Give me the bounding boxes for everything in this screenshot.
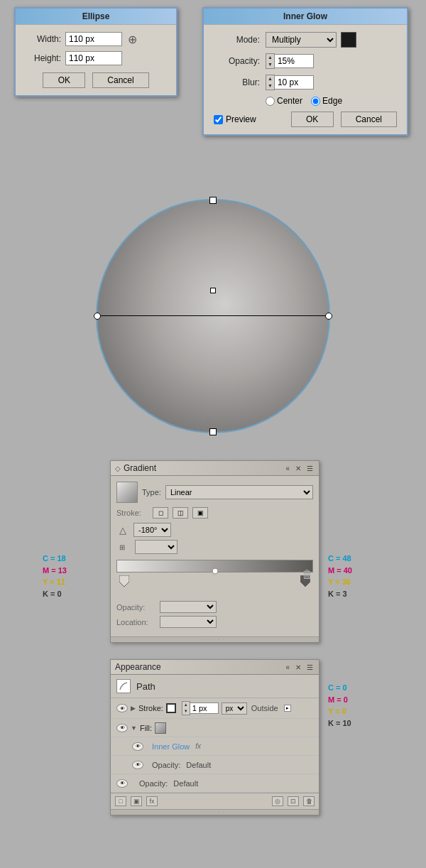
fx-icon[interactable]: fx xyxy=(146,796,158,806)
sphere-container[interactable] xyxy=(96,199,330,433)
copy-icon[interactable]: ⊡ xyxy=(288,796,299,806)
path-row: Path xyxy=(111,675,319,698)
path-icon xyxy=(116,679,131,693)
width-label: Width: xyxy=(26,34,61,44)
glow-color-swatch[interactable] xyxy=(341,32,356,48)
gradient-panel-collapse-btn[interactable]: « xyxy=(284,465,291,472)
stroke-unit-select[interactable]: px xyxy=(222,702,247,715)
opacity2-row: 👁 Opacity: Default xyxy=(111,774,319,793)
appearance-panel-resize-handle[interactable]: · · · · · xyxy=(111,809,319,815)
handle-mid-top[interactable] xyxy=(210,288,216,293)
link-dimensions-icon[interactable]: ⊕ xyxy=(128,33,137,46)
appearance-panel: Appearance « ✕ ☰ Path 👁 ▶ Stroke: ▲ ▼ px… xyxy=(110,659,320,815)
opacity1-row: 👁 Opacity: Default xyxy=(111,756,319,774)
center-radio-label[interactable]: Center xyxy=(266,96,302,106)
inner-glow-dialog-title: Inner Glow xyxy=(204,9,407,25)
fill-color-swatch[interactable] xyxy=(155,722,166,734)
height-input[interactable] xyxy=(65,51,122,65)
opacity-spinner-arrows[interactable]: ▲ ▼ xyxy=(266,53,275,69)
width-input[interactable] xyxy=(65,32,122,46)
cmyk-right-label: C = 48 M = 40 Y = 36 K = 3 xyxy=(328,553,352,600)
cmyk-right-m: M = 40 xyxy=(328,565,352,577)
opacity1-label: Opacity: xyxy=(152,761,180,769)
stroke-icon-2[interactable]: ◫ xyxy=(173,507,188,519)
opacity2-value: Default xyxy=(173,779,198,788)
cmyk-left-y: Y = 11 xyxy=(43,576,67,588)
angle-select[interactable]: -180° xyxy=(133,523,171,537)
inner-glow-row: 👁 Inner Glow fx xyxy=(111,737,319,756)
delete-stop-icon[interactable]: 🗑 xyxy=(302,568,313,581)
new-item-icon[interactable]: □ xyxy=(115,796,126,806)
sphere-object[interactable] xyxy=(96,199,330,433)
inner-glow-label[interactable]: Inner Glow xyxy=(152,742,190,751)
gradient-panel-title: Gradient xyxy=(124,463,156,473)
preview-label: Preview xyxy=(226,114,256,124)
handle-bottom[interactable] xyxy=(209,428,217,435)
stroke-color-swatch[interactable] xyxy=(166,703,176,713)
opacity-input[interactable] xyxy=(275,54,314,68)
center-radio[interactable] xyxy=(266,97,275,106)
handle-top[interactable] xyxy=(209,197,217,204)
fill-visibility-eye[interactable]: 👁 xyxy=(116,724,128,732)
svg-point-2 xyxy=(212,568,218,574)
preview-checkbox-label[interactable]: Preview xyxy=(214,114,256,124)
delete-icon[interactable]: 🗑 xyxy=(303,796,315,806)
aspect-select[interactable] xyxy=(135,540,178,554)
stroke-visibility-eye[interactable]: 👁 xyxy=(116,704,128,712)
opacity2-visibility-eye[interactable]: 👁 xyxy=(116,779,128,788)
fill-expand-triangle[interactable]: ▼ xyxy=(131,725,137,732)
type-label: Type: xyxy=(142,488,161,497)
cmyk-ap-m: M = 0 xyxy=(328,694,351,706)
appearance-panel-menu-btn[interactable]: ☰ xyxy=(305,663,315,671)
stroke-expand-triangle[interactable]: ▶ xyxy=(131,705,136,712)
gradient-collapse-icon[interactable]: ◇ xyxy=(115,465,121,472)
opacity-field-label: Opacity: xyxy=(116,603,155,612)
gradient-preview[interactable] xyxy=(116,482,138,503)
stop-midpoint[interactable] xyxy=(212,567,219,577)
appearance-panel-collapse-btn[interactable]: « xyxy=(284,663,291,671)
gradient-panel-menu-btn[interactable]: ☰ xyxy=(305,465,315,472)
blur-label: Blur: xyxy=(214,77,260,87)
blur-input[interactable] xyxy=(275,75,314,89)
stroke-size-spinner[interactable]: ▲ ▼ xyxy=(182,701,190,715)
inner-glow-cancel-button[interactable]: Cancel xyxy=(341,112,397,127)
edge-radio-label[interactable]: Edge xyxy=(311,96,342,106)
gradient-panel-resize-handle[interactable]: · · · · · xyxy=(111,636,319,642)
height-label: Height: xyxy=(26,53,61,63)
cmyk-ap-y: Y = 0 xyxy=(328,705,351,717)
ellipse-dialog: Ellipse Width: ⊕ Height: OK Cancel xyxy=(14,7,178,97)
stroke-size-input[interactable] xyxy=(190,702,219,714)
hide-icon[interactable]: ◎ xyxy=(272,796,283,806)
gradient-panel: ◇ Gradient « ✕ ☰ Type: Linear Stroke: ◻ … xyxy=(110,460,320,643)
angle-icon: △ xyxy=(119,525,126,536)
stroke-label: Stroke: xyxy=(116,509,148,517)
stroke-icon-3[interactable]: ▣ xyxy=(192,507,208,519)
inner-glow-ok-button[interactable]: OK xyxy=(291,112,334,127)
inner-glow-visibility-eye[interactable]: 👁 xyxy=(132,742,143,751)
gradient-panel-close-btn[interactable]: ✕ xyxy=(294,465,302,472)
canvas-area xyxy=(0,178,426,455)
svg-marker-0 xyxy=(119,575,129,587)
stroke-position-arrow[interactable]: ▸ xyxy=(284,705,291,712)
stroke-icon-1[interactable]: ◻ xyxy=(153,507,168,519)
preview-checkbox[interactable] xyxy=(214,115,223,124)
handle-right[interactable] xyxy=(325,313,332,320)
gradient-type-select[interactable]: Linear xyxy=(165,485,313,499)
path-label: Path xyxy=(136,681,155,692)
mode-select[interactable]: Multiply xyxy=(266,32,337,48)
location-gradient-select[interactable] xyxy=(160,616,217,628)
cmyk-left-m: M = 13 xyxy=(43,565,67,577)
opacity-gradient-select[interactable] xyxy=(160,601,217,613)
edge-radio[interactable] xyxy=(311,97,320,106)
location-field-label: Location: xyxy=(116,618,155,626)
opacity1-visibility-eye[interactable]: 👁 xyxy=(132,761,143,769)
stroke-position-label: Outside xyxy=(251,704,278,712)
appearance-panel-close-btn[interactable]: ✕ xyxy=(294,663,302,671)
blur-spinner-arrows[interactable]: ▲ ▼ xyxy=(266,75,275,90)
stop-left[interactable] xyxy=(119,575,129,589)
ellipse-dialog-title: Ellipse xyxy=(16,9,176,25)
handle-left[interactable] xyxy=(94,313,101,320)
ellipse-ok-button[interactable]: OK xyxy=(43,72,85,88)
ellipse-cancel-button[interactable]: Cancel xyxy=(92,72,148,88)
duplicate-icon[interactable]: ▣ xyxy=(131,796,142,806)
